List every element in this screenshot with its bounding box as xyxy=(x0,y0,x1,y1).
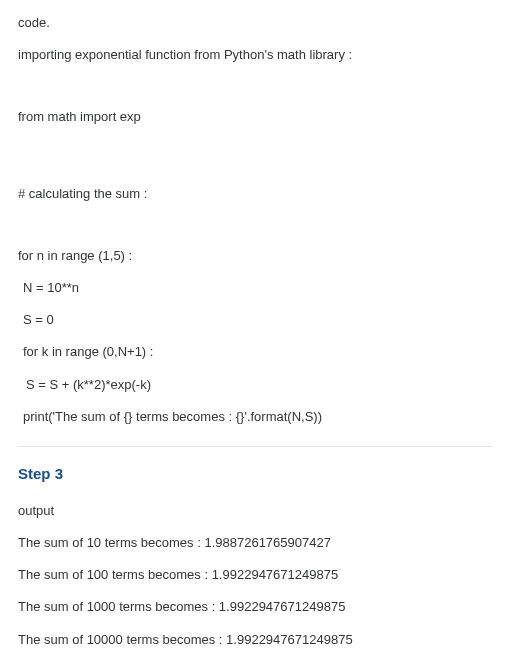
output-row: The sum of 100 terms becomes : 1.9922947… xyxy=(18,566,492,584)
section-divider xyxy=(18,446,492,447)
code-assign-s: S = 0 xyxy=(23,311,492,329)
intro-description: importing exponential function from Pyth… xyxy=(18,46,492,64)
output-row: The sum of 10000 terms becomes : 1.99229… xyxy=(18,631,492,649)
code-import-line: from math import exp xyxy=(18,108,492,126)
code-for-outer: for n in range (1,5) : xyxy=(18,247,492,265)
code-print: print('The sum of {} terms becomes : {}'… xyxy=(23,408,492,426)
code-for-inner: for k in range (0,N+1) : xyxy=(23,343,492,361)
intro-code-word: code. xyxy=(18,14,492,32)
output-row: The sum of 1000 terms becomes : 1.992294… xyxy=(18,598,492,616)
step-heading: Step 3 xyxy=(18,463,492,484)
output-row: The sum of 10 terms becomes : 1.98872617… xyxy=(18,534,492,552)
output-label: output xyxy=(18,502,492,520)
code-update-s: S = S + (k**2)*exp(-k) xyxy=(26,376,492,394)
code-comment: # calculating the sum : xyxy=(18,185,492,203)
code-assign-n: N = 10**n xyxy=(23,279,492,297)
